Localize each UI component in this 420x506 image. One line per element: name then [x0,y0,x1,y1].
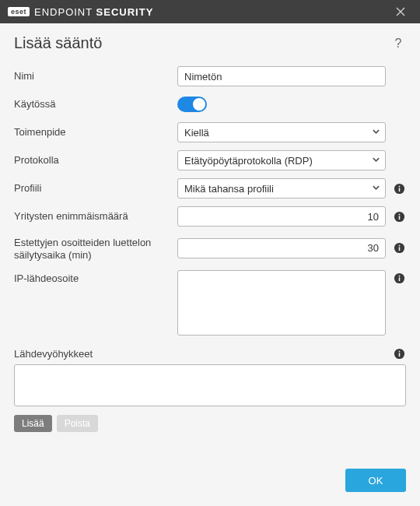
ip-source-textarea[interactable] [177,270,386,336]
profile-select-value: Mikä tahansa profiili [184,183,274,195]
help-button[interactable]: ? [390,37,406,51]
heading-row: Lisää sääntö ? [14,34,406,52]
max-attempts-input[interactable] [177,206,386,227]
profile-select[interactable]: Mikä tahansa profiili [177,178,386,199]
block-retention-input[interactable] [177,238,386,258]
add-zone-button[interactable]: Lisää [14,415,52,432]
label-max-attempts: Yritysten enimmäismäärä [14,210,177,223]
info-icon [394,272,405,284]
label-protocol: Protokolla [14,154,177,167]
toggle-knob [193,98,205,111]
ip-source-info-button[interactable] [392,272,406,284]
row-profile: Profiili Mikä tahansa profiili [14,178,406,199]
source-zones-info-button[interactable] [392,348,406,360]
label-ip-source: IP-lähdeosoite [14,270,177,285]
info-icon [394,348,405,360]
info-icon [394,242,405,254]
source-zones-header: Lähdevyöhykkeet [14,348,406,360]
chevron-down-icon [372,155,380,167]
svg-rect-12 [398,277,400,281]
label-enabled: Käytössä [14,98,177,111]
svg-rect-6 [398,216,400,220]
chevron-down-icon [372,183,380,195]
svg-rect-7 [398,213,400,215]
action-select[interactable]: Kiellä [177,122,386,142]
brand-bold: SECURITY [96,6,154,18]
label-name: Nimi [14,70,177,83]
svg-rect-3 [398,188,400,192]
dialog-content: Lisää sääntö ? Nimi Käytössä Toimenpide … [0,23,420,506]
name-input[interactable] [177,66,386,86]
action-select-value: Kiellä [184,127,209,139]
label-action: Toimenpide [14,126,177,139]
source-zones-textarea[interactable] [14,364,406,406]
info-icon [394,211,405,223]
chevron-down-icon [372,127,380,139]
block-retention-info-button[interactable] [392,242,406,254]
profile-info-button[interactable] [392,183,406,195]
remove-zone-button: Poista [57,415,98,432]
svg-rect-10 [398,245,400,247]
svg-rect-16 [398,350,400,352]
label-profile: Profiili [14,182,177,195]
ok-button[interactable]: OK [345,469,406,492]
row-enabled: Käytössä [14,94,406,114]
row-name: Nimi [14,66,406,86]
svg-rect-4 [398,185,400,187]
svg-rect-15 [398,353,400,357]
svg-rect-9 [398,248,400,251]
svg-rect-13 [398,275,400,276]
brand-text: ENDPOINT SECURITY [34,6,153,18]
max-attempts-info-button[interactable] [392,211,406,223]
row-max-attempts: Yritysten enimmäismäärä [14,206,406,227]
row-ip-source: IP-lähdeosoite [14,270,406,336]
close-icon [396,7,405,16]
row-block-retention: Estettyjen osoitteiden luettelon säilyty… [14,234,406,262]
brand-badge: eset [8,7,30,16]
label-block-retention: Estettyjen osoitteiden luettelon säilyty… [14,234,177,262]
info-icon [394,183,405,195]
page-title: Lisää sääntö [14,34,102,52]
row-protocol: Protokolla Etätyöpöytäprotokolla (RDP) [14,150,406,170]
label-source-zones: Lähdevyöhykkeet [14,348,93,360]
source-zones-section: Lähdevyöhykkeet Lisää Poista [14,348,406,432]
brand-light: ENDPOINT [34,6,96,18]
close-button[interactable] [389,0,412,23]
protocol-select[interactable]: Etätyöpöytäprotokolla (RDP) [177,150,386,170]
dialog-footer: OK [14,458,406,506]
titlebar: eset ENDPOINT SECURITY [0,0,420,23]
enabled-toggle[interactable] [177,97,207,112]
zones-button-row: Lisää Poista [14,415,406,432]
protocol-select-value: Etätyöpöytäprotokolla (RDP) [184,155,313,167]
row-action: Toimenpide Kiellä [14,122,406,142]
